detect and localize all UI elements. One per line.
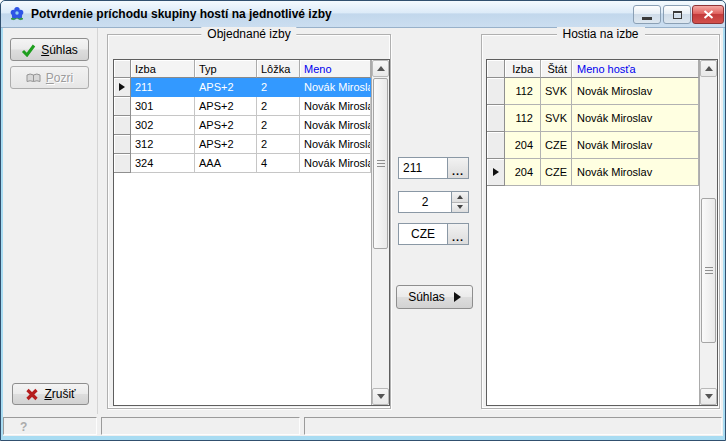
column-header-stat[interactable]: Štát — [541, 60, 572, 78]
room-lookup-field: ... — [398, 157, 469, 179]
room-guests-groupbox: Hostia na izbe Izba Štát Meno hosťa 112 … — [481, 34, 720, 409]
row-indicator — [487, 105, 505, 132]
table-row[interactable]: 204 CZE Novák Miroslav — [487, 159, 699, 186]
cell-izba: 204 — [505, 132, 541, 159]
thumb-grip-icon — [377, 160, 385, 167]
status-panel-middle — [101, 417, 300, 435]
minimize-button[interactable] — [633, 5, 661, 24]
dialog-window: Potvrdenie príchodu skupiny hostí na jed… — [0, 0, 726, 441]
cell-izba: 324 — [131, 154, 195, 173]
client-area: Súhlas Pozri Zrušiť Objednané izby Izba … — [3, 28, 723, 436]
cell-meno: Novák Miroslav — [300, 116, 371, 135]
confirm-button-label: Súhlas — [41, 43, 78, 57]
ordered-rooms-title: Objednané izby — [201, 27, 296, 41]
table-row[interactable]: 324 AAA 4 Novák Miroslav — [114, 154, 371, 173]
spin-down-button[interactable] — [452, 203, 468, 213]
room-lookup-button[interactable]: ... — [447, 158, 468, 178]
arrow-right-icon — [454, 292, 461, 302]
status-bar: ? — [3, 415, 723, 436]
spin-up-button[interactable] — [452, 192, 468, 203]
country-lookup-field: ... — [398, 223, 469, 245]
check-icon — [21, 43, 36, 57]
minimize-icon — [642, 17, 652, 20]
arrow-down-icon — [377, 394, 385, 399]
cell-typ: AAA — [195, 154, 257, 173]
maximize-button[interactable] — [663, 5, 691, 24]
country-lookup-button[interactable]: ... — [447, 224, 468, 244]
scrollbar-thumb[interactable] — [373, 78, 388, 249]
cell-lozka: 2 — [257, 116, 300, 135]
cell-izba: 312 — [131, 135, 195, 154]
row-indicator — [487, 78, 505, 105]
scroll-up-button[interactable] — [700, 60, 717, 77]
help-icon: ? — [20, 420, 27, 434]
arrow-down-icon — [705, 394, 713, 399]
cell-typ: APS+2 — [195, 97, 257, 116]
vertical-scrollbar[interactable] — [371, 60, 389, 405]
table-row[interactable]: 302 APS+2 2 Novák Miroslav — [114, 116, 371, 135]
beds-spinner — [451, 192, 468, 212]
row-indicator — [114, 116, 131, 135]
row-indicator — [114, 135, 131, 154]
cell-typ: APS+2 — [195, 116, 257, 135]
grid-header-row: Izba Štát Meno hosťa — [487, 60, 699, 78]
cell-typ: APS+2 — [195, 78, 257, 97]
column-header-meno-hosta[interactable]: Meno hosťa — [572, 60, 699, 78]
beds-input[interactable] — [399, 192, 451, 212]
column-header-izba[interactable]: Izba — [505, 60, 541, 78]
row-indicator — [114, 154, 131, 173]
status-panel-right — [304, 417, 722, 435]
room-guests-title: Hostia na izbe — [556, 27, 644, 41]
table-row[interactable]: 211 APS+2 2 Novák Miroslav — [114, 78, 371, 97]
arrow-up-icon — [377, 66, 385, 71]
ordered-rooms-groupbox: Objednané izby Izba Typ Lôžka Meno 211 A… — [107, 34, 391, 409]
cross-icon — [25, 388, 39, 401]
cell-izba: 211 — [131, 78, 195, 97]
table-row[interactable]: 112 SVK Novák Miroslav — [487, 105, 699, 132]
room-guests-grid: Izba Štát Meno hosťa 112 SVK Novák Miros… — [486, 59, 718, 406]
country-input[interactable] — [399, 224, 447, 244]
beds-spin-field — [398, 191, 469, 213]
cell-izba: 301 — [131, 97, 195, 116]
book-icon — [26, 72, 41, 84]
confirm-button[interactable]: Súhlas — [10, 38, 89, 61]
cell-lozka: 2 — [257, 78, 300, 97]
panel-divider — [97, 28, 98, 414]
cell-izba: 302 — [131, 116, 195, 135]
window-title: Potvrdenie príchodu skupiny hostí na jed… — [31, 7, 332, 21]
table-row[interactable]: 312 APS+2 2 Novák Miroslav — [114, 135, 371, 154]
vertical-scrollbar[interactable] — [699, 60, 717, 405]
arrow-down-icon — [457, 205, 463, 209]
close-button[interactable] — [692, 5, 724, 24]
assign-confirm-button[interactable]: Súhlas — [396, 285, 473, 309]
cancel-button[interactable]: Zrušiť — [12, 383, 89, 405]
grid-header-row: Izba Typ Lôžka Meno — [114, 60, 371, 78]
column-header-izba[interactable]: Izba — [131, 60, 195, 78]
ordered-rooms-grid: Izba Typ Lôžka Meno 211 APS+2 2 Novák Mi… — [113, 59, 390, 406]
cell-stat: CZE — [541, 132, 572, 159]
table-row[interactable]: 204 CZE Novák Miroslav — [487, 132, 699, 159]
cell-stat: SVK — [541, 78, 572, 105]
table-row[interactable]: 301 APS+2 2 Novák Miroslav — [114, 97, 371, 116]
table-row[interactable]: 112 SVK Novák Miroslav — [487, 78, 699, 105]
column-header-typ[interactable]: Typ — [195, 60, 257, 78]
scroll-down-button[interactable] — [372, 388, 389, 405]
cell-meno-hosta: Novák Miroslav — [572, 132, 699, 159]
column-header-meno[interactable]: Meno — [300, 60, 371, 78]
scroll-down-button[interactable] — [700, 388, 717, 405]
view-button[interactable]: Pozri — [10, 66, 89, 89]
cell-lozka: 4 — [257, 154, 300, 173]
row-indicator — [487, 159, 505, 186]
header-indicator-cell — [487, 60, 505, 78]
assign-confirm-label: Súhlas — [408, 290, 445, 304]
arrow-up-icon — [705, 66, 713, 71]
title-bar: Potvrdenie príchodu skupiny hostí na jed… — [1, 1, 725, 28]
thumb-grip-icon — [705, 267, 713, 274]
header-indicator-cell — [114, 60, 131, 78]
cancel-button-label: Zrušiť — [44, 387, 75, 401]
current-row-arrow-icon — [493, 168, 499, 176]
scroll-up-button[interactable] — [372, 60, 389, 77]
column-header-lozka[interactable]: Lôžka — [257, 60, 300, 78]
scrollbar-thumb[interactable] — [701, 198, 716, 343]
room-input[interactable] — [399, 158, 447, 178]
